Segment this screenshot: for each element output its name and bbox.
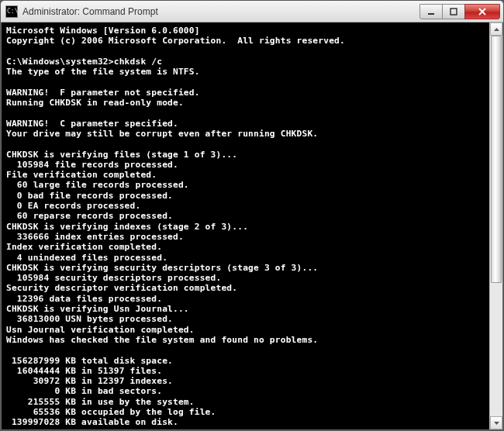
svg-rect-0: [428, 13, 434, 15]
titlebar[interactable]: C:\ Administrator: Command Prompt: [1, 1, 503, 22]
vertical-scrollbar: [489, 22, 502, 429]
scrollbar-thumb[interactable]: [491, 36, 502, 283]
scrollbar-track[interactable]: [490, 36, 502, 416]
console-output[interactable]: Microsoft Windows [Version 6.0.6000] Cop…: [2, 22, 489, 429]
window-title: Administrator: Command Prompt: [22, 6, 420, 17]
minimize-button[interactable]: [419, 4, 443, 19]
scroll-down-button[interactable]: [490, 416, 502, 429]
console-body: Microsoft Windows [Version 6.0.6000] Cop…: [2, 22, 502, 429]
close-button[interactable]: [464, 4, 500, 19]
cmd-icon: C:\: [5, 5, 18, 18]
scroll-up-button[interactable]: [490, 22, 502, 36]
command-prompt-window: C:\ Administrator: Command Prompt Micros…: [0, 0, 504, 431]
window-controls: [420, 4, 500, 19]
svg-rect-1: [450, 9, 457, 15]
maximize-button[interactable]: [442, 4, 465, 19]
